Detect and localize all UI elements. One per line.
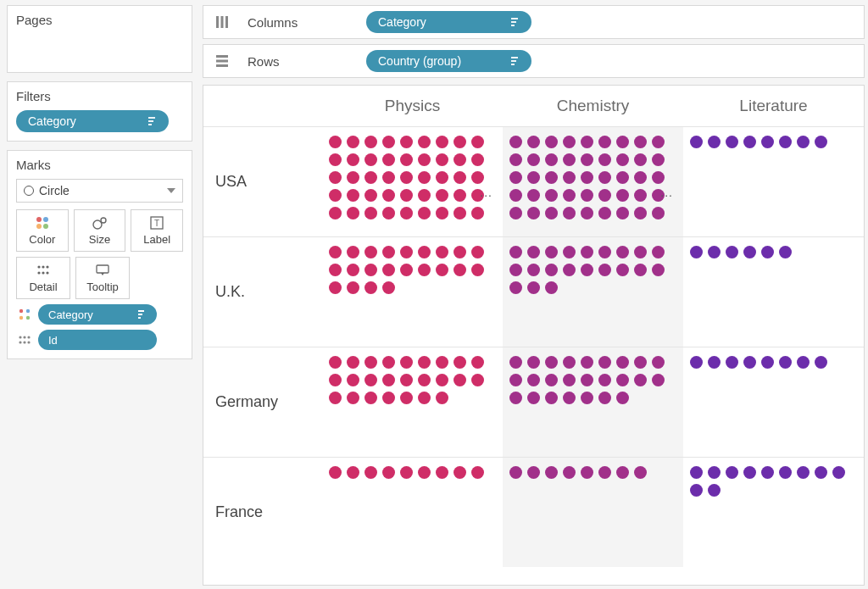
data-mark[interactable] <box>527 281 540 294</box>
data-mark[interactable] <box>563 264 576 276</box>
data-mark[interactable] <box>509 356 522 369</box>
data-mark[interactable] <box>329 374 342 386</box>
data-mark[interactable] <box>726 356 738 369</box>
data-mark[interactable] <box>598 207 611 219</box>
row-label[interactable]: USA <box>203 127 322 236</box>
data-mark[interactable] <box>527 264 540 276</box>
marks-size-button[interactable]: Size <box>74 209 126 252</box>
data-mark[interactable] <box>690 356 703 369</box>
data-mark[interactable] <box>815 356 827 369</box>
data-mark[interactable] <box>364 189 377 202</box>
data-mark[interactable] <box>329 246 342 258</box>
data-mark[interactable] <box>509 466 522 479</box>
row-label[interactable]: Germany <box>203 347 322 457</box>
data-mark[interactable] <box>400 171 413 184</box>
data-mark[interactable] <box>563 189 576 202</box>
data-mark[interactable] <box>581 466 593 479</box>
data-mark[interactable] <box>616 264 629 276</box>
data-mark[interactable] <box>652 264 665 276</box>
data-mark[interactable] <box>761 466 774 479</box>
data-mark[interactable] <box>652 356 665 369</box>
data-mark[interactable] <box>364 207 377 219</box>
data-mark[interactable] <box>347 281 359 294</box>
data-mark[interactable] <box>779 136 792 148</box>
marks-label-button[interactable]: T Label <box>131 209 183 252</box>
data-mark[interactable] <box>743 356 756 369</box>
data-mark[interactable] <box>527 136 540 148</box>
data-mark[interactable] <box>581 264 593 276</box>
data-mark[interactable] <box>509 374 522 386</box>
mark-pill-id[interactable]: Id <box>38 330 157 350</box>
data-mark[interactable] <box>471 207 484 219</box>
data-mark[interactable] <box>598 189 611 202</box>
data-mark[interactable] <box>347 466 359 479</box>
data-mark[interactable] <box>347 207 359 219</box>
data-mark[interactable] <box>418 466 431 479</box>
data-mark[interactable] <box>545 392 558 404</box>
data-mark[interactable] <box>652 136 665 148</box>
mark-type-select[interactable]: Circle <box>16 179 183 203</box>
data-mark[interactable] <box>563 466 576 479</box>
data-mark[interactable] <box>436 189 448 202</box>
data-mark[interactable] <box>382 153 395 166</box>
data-mark[interactable] <box>436 356 448 369</box>
data-mark[interactable] <box>545 153 558 166</box>
data-mark[interactable] <box>400 246 413 258</box>
data-mark[interactable] <box>418 392 431 404</box>
columns-pill-category[interactable]: Category <box>366 11 531 33</box>
data-mark[interactable] <box>634 466 647 479</box>
data-mark[interactable] <box>329 281 342 294</box>
data-mark[interactable] <box>545 189 558 202</box>
data-mark[interactable] <box>581 246 593 258</box>
data-mark[interactable] <box>436 374 448 386</box>
rows-pill-country-group[interactable]: Country (group) <box>366 50 531 72</box>
data-mark[interactable] <box>832 466 845 479</box>
data-mark[interactable] <box>581 392 593 404</box>
row-label[interactable]: France <box>203 458 322 567</box>
marks-tooltip-button[interactable]: Tooltip <box>75 257 130 299</box>
data-mark[interactable] <box>347 392 359 404</box>
data-mark[interactable] <box>347 189 359 202</box>
data-mark[interactable] <box>690 246 703 258</box>
data-mark[interactable] <box>329 136 342 148</box>
data-mark[interactable] <box>563 136 576 148</box>
data-mark[interactable] <box>815 136 827 148</box>
data-mark[interactable] <box>347 246 359 258</box>
data-mark[interactable] <box>545 264 558 276</box>
data-mark[interactable] <box>471 171 484 184</box>
data-mark[interactable] <box>797 136 810 148</box>
data-mark[interactable] <box>634 153 647 166</box>
data-mark[interactable] <box>598 264 611 276</box>
data-mark[interactable] <box>382 392 395 404</box>
data-mark[interactable] <box>545 466 558 479</box>
data-mark[interactable] <box>509 246 522 258</box>
mark-encoding-id[interactable]: Id <box>16 330 183 350</box>
data-mark[interactable] <box>652 207 665 219</box>
data-mark[interactable] <box>598 171 611 184</box>
overflow-indicator[interactable]: ... <box>480 186 492 199</box>
data-mark[interactable] <box>453 374 466 386</box>
data-mark[interactable] <box>779 246 792 258</box>
data-mark[interactable] <box>690 136 703 148</box>
data-mark[interactable] <box>527 189 540 202</box>
data-mark[interactable] <box>509 189 522 202</box>
data-mark[interactable] <box>634 171 647 184</box>
data-mark[interactable] <box>436 153 448 166</box>
data-mark[interactable] <box>453 207 466 219</box>
data-mark[interactable] <box>743 466 756 479</box>
data-mark[interactable] <box>545 356 558 369</box>
data-mark[interactable] <box>364 466 377 479</box>
data-mark[interactable] <box>364 356 377 369</box>
data-mark[interactable] <box>743 136 756 148</box>
data-mark[interactable] <box>453 171 466 184</box>
data-mark[interactable] <box>364 171 377 184</box>
data-mark[interactable] <box>634 136 647 148</box>
column-header[interactable]: Chemistry <box>503 97 683 115</box>
data-mark[interactable] <box>616 466 629 479</box>
data-mark[interactable] <box>382 356 395 369</box>
data-mark[interactable] <box>471 264 484 276</box>
data-mark[interactable] <box>347 264 359 276</box>
data-mark[interactable] <box>509 281 522 294</box>
data-mark[interactable] <box>527 153 540 166</box>
data-mark[interactable] <box>598 374 611 386</box>
